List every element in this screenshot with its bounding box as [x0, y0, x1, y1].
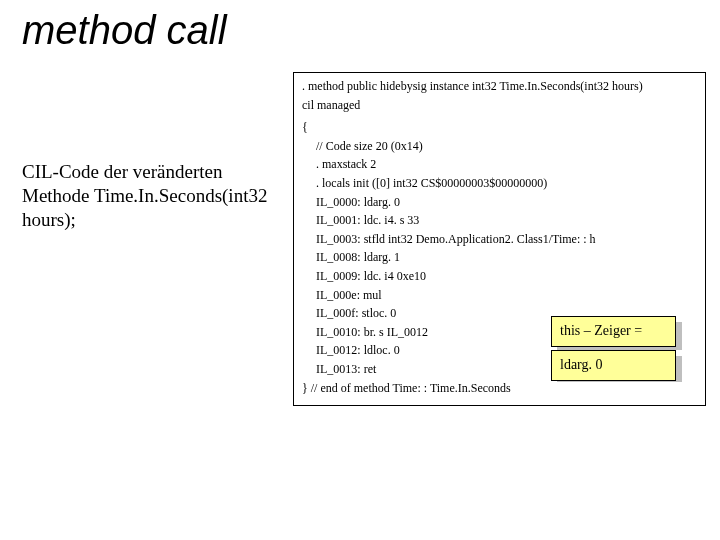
code-line: . locals init ([0] int32 CS$00000003$000… — [316, 174, 697, 193]
code-line: IL_0008: ldarg. 1 — [316, 248, 697, 267]
code-line: IL_0009: ldc. i4 0xe10 — [316, 267, 697, 286]
code-line: . maxstack 2 — [316, 155, 697, 174]
brace-open: { — [302, 118, 697, 137]
sig-line-1: . method public hidebysig instance int32… — [302, 79, 643, 93]
callout-text: this – Zeiger = — [551, 316, 676, 347]
code-line: IL_0001: ldc. i4. s 33 — [316, 211, 697, 230]
callout-this-pointer: this – Zeiger = — [551, 316, 676, 344]
code-line: IL_0003: stfld int32 Demo.Application2. … — [316, 230, 697, 249]
method-signature: . method public hidebysig instance int32… — [302, 77, 697, 114]
code-line: // Code size 20 (0x14) — [316, 137, 697, 156]
sig-line-2: cil managed — [302, 98, 360, 112]
code-line: IL_0000: ldarg. 0 — [316, 193, 697, 212]
callout-ldarg: ldarg. 0 — [551, 350, 676, 376]
slide-title: method call — [22, 8, 227, 53]
callout-text: ldarg. 0 — [551, 350, 676, 381]
description-text: CIL-Code der veränderten Methode Time.In… — [22, 160, 277, 231]
code-line: IL_000e: mul — [316, 286, 697, 305]
